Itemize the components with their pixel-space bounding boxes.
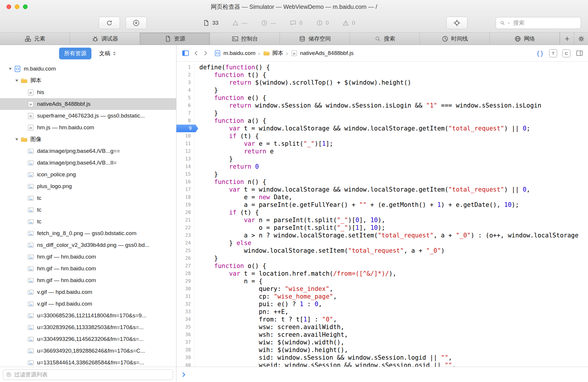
- breadcrumb-item[interactable]: 脚本: [263, 49, 283, 57]
- filter-input[interactable]: 过滤资源列表: [3, 369, 173, 380]
- code-line[interactable]: window.localStorage.setItem("total_reque…: [195, 247, 588, 254]
- tab-search[interactable]: 搜索: [350, 33, 420, 45]
- tree-item-img[interactable]: plus_logo.png: [0, 180, 176, 192]
- line-number[interactable]: 21: [176, 216, 195, 224]
- sidebar-toggle-button[interactable]: [181, 49, 190, 57]
- tree-item-folder[interactable]: 脚本: [0, 75, 176, 86]
- breadcrumb-item[interactable]: jsnativeAds_8488bbf.js: [291, 50, 354, 57]
- code-line[interactable]: query: "wise_index",: [195, 285, 588, 293]
- line-number[interactable]: 6: [176, 102, 195, 109]
- line-number[interactable]: 22: [176, 224, 195, 232]
- reload-button[interactable]: [99, 17, 120, 29]
- minimize-button[interactable]: [15, 4, 19, 9]
- code-line[interactable]: var t = window.localStorage && window.lo…: [195, 125, 588, 132]
- code-line[interactable]: function t() {: [195, 71, 588, 79]
- code-line[interactable]: wsw: screen.availWidth,: [195, 323, 588, 331]
- scope-documents[interactable]: 文稿: [99, 50, 117, 57]
- tree-item-img[interactable]: data:image/png;base64,iVB...g==: [0, 145, 176, 157]
- line-number[interactable]: 3: [176, 79, 195, 86]
- tree-item-img[interactable]: tc: [0, 204, 176, 216]
- tree-item-img[interactable]: v.gif — hpd.baidu.com: [0, 298, 176, 310]
- code-line[interactable]: return e: [195, 148, 588, 155]
- line-number[interactable]: 36: [176, 331, 195, 339]
- code-line[interactable]: cp: "wise_home_page",: [195, 293, 588, 300]
- code-line[interactable]: function e() {: [195, 94, 588, 102]
- tree-item-img[interactable]: tc: [0, 216, 176, 227]
- code-line[interactable]: function n() {: [195, 178, 588, 186]
- settings-button[interactable]: [574, 33, 588, 45]
- tree-item-img[interactable]: fetch_ing_8_0.png — gss0.bdstatic.com: [0, 227, 176, 239]
- tab-storage[interactable]: 储存空间: [280, 33, 350, 45]
- tab-elements[interactable]: 元素: [0, 33, 70, 45]
- toolbar-stat[interactable]: 0: [342, 19, 355, 26]
- code-line[interactable]: }: [195, 170, 588, 178]
- code-line[interactable]: }: [195, 155, 588, 163]
- line-number[interactable]: 27: [176, 262, 195, 270]
- tree-item-img[interactable]: u=3304993296,1145623206&fm=170&s=...: [0, 333, 176, 345]
- tree-item-js[interactable]: jsnativeAds_8488bbf.js: [0, 98, 176, 110]
- line-number[interactable]: 7: [176, 109, 195, 117]
- code-line[interactable]: wih: $(window).height(),: [195, 346, 588, 354]
- line-number[interactable]: 13: [176, 155, 195, 163]
- split-console-icon[interactable]: [576, 49, 583, 57]
- zoom-button[interactable]: [23, 4, 28, 9]
- code-line[interactable]: e = new Date,: [195, 193, 588, 201]
- line-number[interactable]: 5: [176, 94, 195, 102]
- toolbar-stat[interactable]: 0: [290, 19, 303, 26]
- code-line[interactable]: pui: e() ? 1 : 0,: [195, 300, 588, 308]
- code-line[interactable]: var n = parseInt(t.split("_")[0], 10),: [195, 216, 588, 224]
- code-line[interactable]: return 0: [195, 163, 588, 170]
- tree-item-js[interactable]: jshm.js — hm.baidu.com: [0, 122, 176, 133]
- tree-item-folder[interactable]: 图像: [0, 133, 176, 145]
- line-number[interactable]: 8: [176, 117, 195, 125]
- code-line[interactable]: var e = t.split("_")[1];: [195, 140, 588, 148]
- line-number[interactable]: 25: [176, 247, 195, 254]
- code-line[interactable]: define(function() {: [195, 63, 588, 71]
- code-line[interactable]: wiw: $(window).width(),: [195, 339, 588, 346]
- line-number[interactable]: 30: [176, 285, 195, 293]
- code-line[interactable]: function a() {: [195, 117, 588, 125]
- code-line[interactable]: } else: [195, 239, 588, 247]
- line-number[interactable]: 17: [176, 186, 195, 193]
- code-line[interactable]: a = parseInt(e.getFullYear() + "" + (e.g…: [195, 201, 588, 209]
- element-picker-button[interactable]: [446, 17, 467, 29]
- tree-item-img[interactable]: u=3302839266,1133382503&fm=170&s=...: [0, 321, 176, 333]
- code-line[interactable]: wsh: screen.availHeight,: [195, 331, 588, 339]
- line-number[interactable]: 14: [176, 163, 195, 170]
- line-number[interactable]: 20: [176, 209, 195, 216]
- code-line[interactable]: var t = window.localStorage && window.lo…: [195, 186, 588, 193]
- coverage-button[interactable]: C: [562, 49, 570, 57]
- line-number[interactable]: 28: [176, 270, 195, 277]
- tree-item-img[interactable]: hm.gif — hm.baidu.com: [0, 263, 176, 274]
- code-line[interactable]: function o() {: [195, 262, 588, 270]
- line-number[interactable]: 16: [176, 178, 195, 186]
- line-number[interactable]: 12: [176, 148, 195, 155]
- line-number[interactable]: 19: [176, 201, 195, 209]
- line-number[interactable]: 18: [176, 193, 195, 201]
- tree-item-img[interactable]: u=366934920,1892886246&fm=170&s=C...: [0, 345, 176, 357]
- tree-item-img[interactable]: data:image/png;base64,iVB...II=: [0, 157, 176, 169]
- line-number[interactable]: 15: [176, 170, 195, 178]
- toolbar-stat[interactable]: —: [232, 19, 247, 26]
- code-line[interactable]: pn: ++E,: [195, 308, 588, 316]
- tree-item-site[interactable]: m.baidu.com: [0, 63, 176, 75]
- tree-item-img[interactable]: icon_police.png: [0, 169, 176, 180]
- close-button[interactable]: [6, 4, 11, 9]
- line-number[interactable]: 24: [176, 239, 195, 247]
- new-tab-button[interactable]: [560, 33, 574, 45]
- toolbar-stat[interactable]: 33: [203, 19, 218, 26]
- line-number[interactable]: 40: [176, 361, 195, 367]
- line-number[interactable]: 33: [176, 308, 195, 316]
- line-number[interactable]: 35: [176, 323, 195, 331]
- tree-item-img[interactable]: hm.gif — hm.baidu.com: [0, 251, 176, 263]
- tab-console[interactable]: 控制台: [210, 33, 280, 45]
- pretty-print-button[interactable]: {}: [536, 50, 544, 57]
- tree-item-img[interactable]: v.gif — hpd.baidu.com: [0, 286, 176, 298]
- code-line[interactable]: sid: window.sSession && window.sSession.…: [195, 354, 588, 361]
- code-line[interactable]: if (t) {: [195, 132, 588, 140]
- tree-item-img[interactable]: u=3300685236,1121141800&fm=170&s=9...: [0, 310, 176, 321]
- code-line[interactable]: var t = location.href.match(/from=([^&/]…: [195, 270, 588, 277]
- code-line[interactable]: n = {: [195, 277, 588, 285]
- code-line[interactable]: return window.sSession && window.sSessio…: [195, 102, 588, 109]
- toolbar-stat[interactable]: 0: [316, 19, 329, 26]
